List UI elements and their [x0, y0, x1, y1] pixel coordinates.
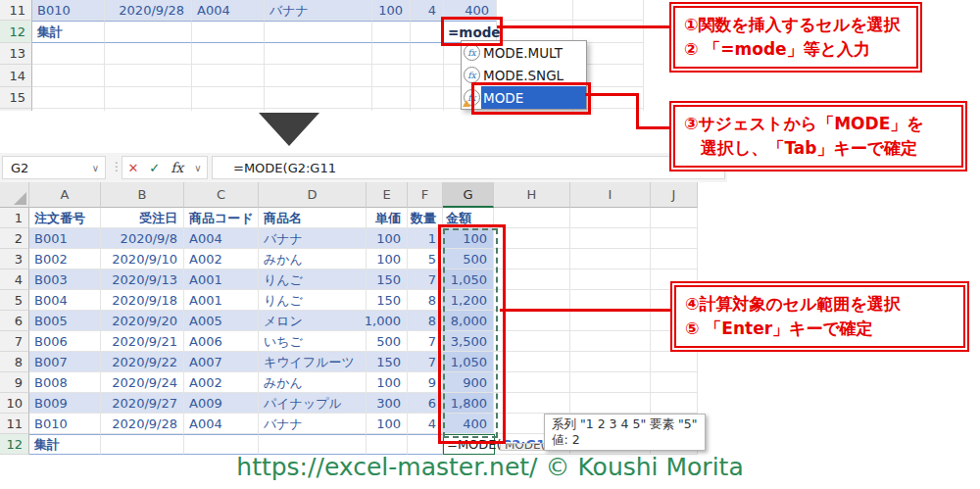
- select-all-corner[interactable]: [0, 182, 29, 208]
- top-cell-A16[interactable]: [32, 109, 105, 111]
- cell-H2[interactable]: [494, 228, 570, 249]
- cell-F10[interactable]: 6: [408, 393, 443, 414]
- cell-B7[interactable]: 2020/9/21: [101, 331, 184, 352]
- row-header-12[interactable]: 12: [0, 434, 29, 455]
- suggest-item-mode-mult[interactable]: fx MODE.MULT: [462, 41, 586, 64]
- cell-G8[interactable]: 1,050: [443, 352, 494, 372]
- suggest-item-mode-selected[interactable]: fx MODE: [462, 86, 586, 109]
- cell-C7[interactable]: A006: [184, 331, 259, 352]
- cell-G4[interactable]: 1,050: [443, 269, 494, 290]
- cell-H5[interactable]: [494, 290, 570, 311]
- cell-A11[interactable]: B010: [29, 414, 101, 434]
- top-cell-B13[interactable]: [105, 43, 192, 65]
- cell-H7[interactable]: [494, 331, 570, 352]
- cell-I5[interactable]: [570, 290, 651, 311]
- top-cell-F14[interactable]: [411, 65, 444, 87]
- row-header-2[interactable]: 2: [0, 228, 29, 249]
- cell-D4[interactable]: りんご: [259, 269, 367, 290]
- col-header-E[interactable]: E: [367, 182, 408, 208]
- cell-G1[interactable]: 金額: [443, 208, 494, 228]
- cell-G3[interactable]: 500: [443, 249, 494, 269]
- top-cell-E11[interactable]: 100: [372, 0, 411, 21]
- top-row-header-13[interactable]: 13: [0, 43, 32, 65]
- cell-E11[interactable]: 100: [367, 414, 408, 434]
- cell-F1[interactable]: 数量: [408, 208, 443, 228]
- cell-E7[interactable]: 500: [367, 331, 408, 352]
- top-row-header-15[interactable]: 15: [0, 87, 32, 109]
- cell-H3[interactable]: [494, 249, 570, 269]
- cell-A2[interactable]: B001: [29, 228, 101, 249]
- cell-E10[interactable]: 300: [367, 393, 408, 414]
- top-cell-C12[interactable]: [192, 21, 265, 43]
- cell-C8[interactable]: A007: [184, 352, 259, 372]
- cell-I8[interactable]: [570, 352, 651, 372]
- cell-J10[interactable]: [651, 393, 698, 414]
- cell-D6[interactable]: メロン: [259, 311, 367, 331]
- top-cell-I11[interactable]: [573, 0, 644, 21]
- cell-C6[interactable]: A005: [184, 311, 259, 331]
- cell-G10[interactable]: 1,800: [443, 393, 494, 414]
- top-row-header-12[interactable]: 12: [0, 21, 32, 43]
- col-header-I[interactable]: I: [570, 182, 651, 208]
- cell-E1[interactable]: 単価: [367, 208, 408, 228]
- cell-D5[interactable]: りんご: [259, 290, 367, 311]
- cell-B4[interactable]: 2020/9/13: [101, 269, 184, 290]
- cell-I9[interactable]: [570, 372, 651, 393]
- row-header-6[interactable]: 6: [0, 311, 29, 331]
- cell-B9[interactable]: 2020/9/24: [101, 372, 184, 393]
- top-row-header-14[interactable]: 14: [0, 65, 32, 87]
- cell-B11[interactable]: 2020/9/28: [101, 414, 184, 434]
- col-header-A[interactable]: A: [29, 182, 101, 208]
- cell-F11[interactable]: 4: [408, 414, 443, 434]
- row-header-4[interactable]: 4: [0, 269, 29, 290]
- cell-E5[interactable]: 150: [367, 290, 408, 311]
- cell-C1[interactable]: 商品コード: [184, 208, 259, 228]
- cell-D11[interactable]: バナナ: [259, 414, 367, 434]
- top-cell-C14[interactable]: [192, 65, 265, 87]
- col-header-J[interactable]: J: [651, 182, 698, 208]
- col-header-G[interactable]: G: [443, 182, 494, 208]
- row-header-11[interactable]: 11: [0, 414, 29, 434]
- cell-C9[interactable]: A002: [184, 372, 259, 393]
- cell-C2[interactable]: A004: [184, 228, 259, 249]
- cell-C11[interactable]: A004: [184, 414, 259, 434]
- top-cell-D15[interactable]: [265, 87, 372, 109]
- top-cell-G11[interactable]: 400: [444, 0, 497, 21]
- col-header-H[interactable]: H: [494, 182, 570, 208]
- cell-F8[interactable]: 7: [408, 352, 443, 372]
- row-header-7[interactable]: 7: [0, 331, 29, 352]
- cell-E3[interactable]: 100: [367, 249, 408, 269]
- cell-A3[interactable]: B002: [29, 249, 101, 269]
- cell-A9[interactable]: B008: [29, 372, 101, 393]
- row-header-1[interactable]: 1: [0, 208, 29, 228]
- cell-D12[interactable]: [259, 434, 367, 455]
- top-cell-E16[interactable]: [372, 109, 411, 111]
- cell-F5[interactable]: 8: [408, 290, 443, 311]
- cell-B1[interactable]: 受注日: [101, 208, 184, 228]
- cell-G7[interactable]: 3,500: [443, 331, 494, 352]
- cell-J9[interactable]: [651, 372, 698, 393]
- top-cell-E14[interactable]: [372, 65, 411, 87]
- name-box[interactable]: G2 ∨: [2, 156, 106, 179]
- top-cell-C15[interactable]: [192, 87, 265, 109]
- cell-I3[interactable]: [570, 249, 651, 269]
- cell-B5[interactable]: 2020/9/18: [101, 290, 184, 311]
- cell-F2[interactable]: 1: [408, 228, 443, 249]
- cell-B8[interactable]: 2020/9/22: [101, 352, 184, 372]
- cell-D7[interactable]: いちご: [259, 331, 367, 352]
- row-header-9[interactable]: 9: [0, 372, 29, 393]
- cell-B12[interactable]: [101, 434, 184, 455]
- top-cell-F12[interactable]: [411, 21, 444, 43]
- cell-J3[interactable]: [651, 249, 698, 269]
- cell-A8[interactable]: B007: [29, 352, 101, 372]
- cell-I7[interactable]: [570, 331, 651, 352]
- cell-B10[interactable]: 2020/9/27: [101, 393, 184, 414]
- cell-H8[interactable]: [494, 352, 570, 372]
- top-cell-A13[interactable]: [32, 43, 105, 65]
- cell-F4[interactable]: 7: [408, 269, 443, 290]
- top-cell-D12[interactable]: [265, 21, 372, 43]
- top-cell-E12[interactable]: [372, 21, 411, 43]
- top-cell-F16[interactable]: [411, 109, 444, 111]
- row-header-8[interactable]: 8: [0, 352, 29, 372]
- cell-E8[interactable]: 150: [367, 352, 408, 372]
